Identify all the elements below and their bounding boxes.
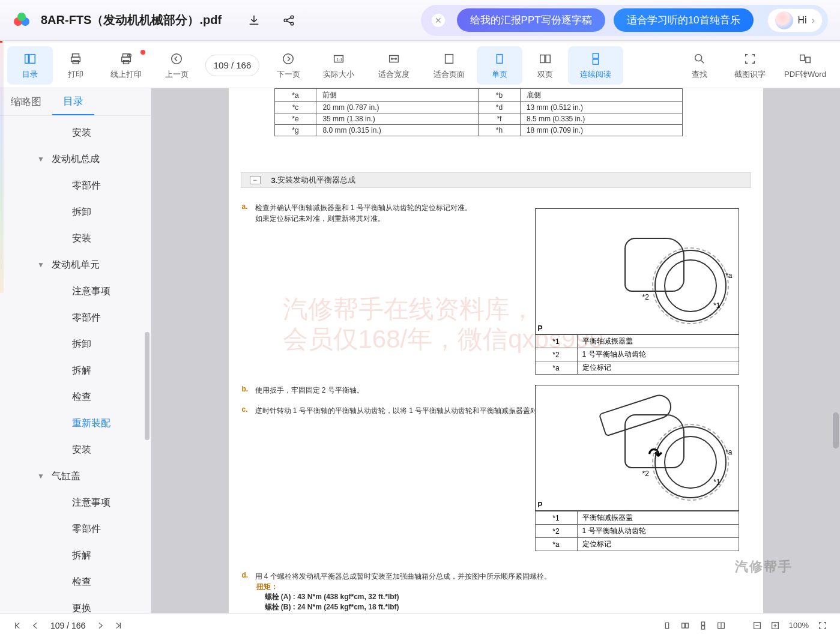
svg-rect-27: [800, 55, 805, 60]
promo-pill-area: ✕ 给我的汇报PPT写份逐字稿 适合学习听的10首纯音乐 Hi ›: [421, 5, 828, 36]
single-page-icon: [493, 51, 506, 67]
bb-double-icon[interactable]: [676, 617, 694, 635]
outline-tree[interactable]: 安装▼发动机总成零部件拆卸安装▼发动机单元注意事项零部件拆卸拆解检查重新装配安装…: [0, 116, 151, 615]
outline-item-9[interactable]: 拆解: [0, 357, 151, 384]
ocr-icon: [743, 51, 757, 67]
legend-row: *1平衡轴减振器盖: [535, 335, 739, 348]
svg-rect-6: [25, 54, 29, 63]
tb-single-page[interactable]: 单页: [477, 46, 522, 85]
sidebar-tab-thumbnails[interactable]: 缩略图: [0, 88, 52, 115]
dimension-row: *e35 mm (1.38 in.)*f8.5 mm (0.335 in.): [274, 113, 682, 125]
svg-rect-22: [540, 55, 545, 62]
dimension-table: *a前侧*b底侧*c20 mm (0.787 in.)*d13 mm (0.51…: [274, 88, 683, 136]
outline-item-18[interactable]: 更换: [0, 595, 151, 615]
brand-text: 汽修帮手: [735, 558, 793, 576]
torque-line-2: 螺栓 (B) : 24 N*m (245 kgf*cm, 18 ft.*lbf): [265, 602, 751, 612]
tb-cloud-print[interactable]: 线上打印: [98, 46, 154, 85]
tb-actual-size[interactable]: 1:1 实际大小: [311, 46, 366, 85]
actual-size-icon: 1:1: [332, 51, 345, 67]
title-actions: [246, 12, 297, 29]
document-title: 8AR-FTS（发动机机械部分）.pdf: [41, 12, 222, 28]
tb-to-word[interactable]: PDF转Word: [778, 46, 833, 85]
outline-item-3[interactable]: 拆卸: [0, 199, 151, 225]
d2-star1: *1: [713, 478, 720, 486]
tb-print[interactable]: 打印: [53, 46, 98, 85]
share-button[interactable]: [280, 12, 297, 29]
bb-first-page[interactable]: [8, 617, 26, 635]
outline-item-12[interactable]: 安装: [0, 436, 151, 463]
bb-last-page[interactable]: [109, 617, 127, 635]
bb-fullscreen[interactable]: [814, 617, 832, 635]
sidebar-tab-outline[interactable]: 目录: [52, 88, 94, 115]
bb-book-icon[interactable]: [712, 617, 730, 635]
tb-prev-page[interactable]: 上一页: [154, 46, 199, 85]
bb-zoom-in[interactable]: [766, 617, 784, 635]
bb-next-page[interactable]: [91, 617, 109, 635]
svg-point-26: [695, 54, 702, 61]
tb-ocr-label: 截图识字: [734, 69, 766, 80]
bb-zoom-out[interactable]: [748, 617, 766, 635]
tb-print-label: 打印: [68, 69, 83, 80]
tb-find[interactable]: 查找: [677, 46, 722, 85]
outline-item-14[interactable]: 注意事项: [0, 489, 151, 516]
dimension-row: *g8.0 mm (0.315 in.)*h18 mm (0.709 in.): [274, 125, 682, 136]
sidebar-tabs: 缩略图 目录: [0, 88, 151, 116]
tb-continuous[interactable]: 连续阅读: [568, 46, 623, 85]
bb-continuous-icon[interactable]: [694, 617, 712, 635]
promo-close-button[interactable]: ✕: [432, 14, 445, 27]
legend-row: *21 号平衡轴从动齿轮: [535, 348, 739, 361]
outline-item-7[interactable]: 零部件: [0, 304, 151, 331]
outline-item-0[interactable]: 安装: [0, 119, 151, 146]
content-viewport[interactable]: *a前侧*b底侧*c20 mm (0.787 in.)*d13 mm (0.51…: [151, 88, 840, 615]
section-collapse-icon[interactable]: −: [250, 176, 261, 184]
step-a-letter: a.: [241, 202, 255, 224]
download-button[interactable]: [246, 12, 262, 29]
dimension-row: *c20 mm (0.787 in.)*d13 mm (0.512 in.): [274, 102, 682, 113]
outline-item-6[interactable]: 注意事项: [0, 278, 151, 304]
step-c-letter: c.: [241, 405, 255, 416]
to-word-icon: [799, 51, 812, 67]
outline-item-1[interactable]: ▼发动机总成: [0, 146, 151, 172]
status-bar: 109 / 166 100%: [0, 613, 840, 637]
promo-button-2[interactable]: 适合学习听的10首纯音乐: [614, 8, 754, 32]
page-number-input[interactable]: [205, 55, 259, 76]
tb-next-page[interactable]: 下一页: [265, 46, 311, 85]
fit-width-icon: [387, 51, 400, 67]
outline-item-2[interactable]: 零部件: [0, 172, 151, 199]
outline-item-13[interactable]: ▼气缸盖: [0, 463, 151, 489]
tb-ocr[interactable]: 截图识字: [722, 46, 778, 85]
outline-item-label: 气缸盖: [52, 470, 80, 483]
step-d: d. 用 4 个螺栓将发动机平衡器总成暂时安装至加强曲轴箱分总成，并按图中所示顺…: [241, 571, 751, 582]
diagram-1: *1 *2 *a P: [535, 208, 739, 334]
outline-item-16[interactable]: 拆解: [0, 542, 151, 569]
outline-item-15[interactable]: 零部件: [0, 516, 151, 542]
outline-item-label: 零部件: [72, 312, 101, 324]
assistant-avatar-button[interactable]: Hi ›: [768, 9, 822, 32]
outline-item-label: 安装: [72, 232, 91, 245]
outline-item-label: 零部件: [72, 180, 101, 192]
bb-prev-page[interactable]: [26, 617, 44, 635]
outline-item-8[interactable]: 拆卸: [0, 331, 151, 357]
outline-item-10[interactable]: 检查: [0, 384, 151, 410]
tb-fit-page[interactable]: 适合页面: [422, 46, 477, 85]
tb-fit-width[interactable]: 适合宽度: [366, 46, 422, 85]
outline-item-label: 检查: [72, 576, 91, 588]
outline-item-5[interactable]: ▼发动机单元: [0, 252, 151, 278]
content-scrollbar[interactable]: [833, 412, 839, 448]
tb-to-word-label: PDF转Word: [784, 69, 826, 80]
outline-item-17[interactable]: 检查: [0, 569, 151, 595]
promo-button-1[interactable]: 给我的汇报PPT写份逐字稿: [457, 8, 605, 32]
d1-star1: *1: [713, 301, 720, 310]
outline-item-11[interactable]: 重新装配: [0, 410, 151, 436]
tb-double-page[interactable]: 双页: [522, 46, 568, 85]
tb-outline[interactable]: 目录: [7, 46, 53, 85]
outline-item-4[interactable]: 安装: [0, 225, 151, 252]
d2-star2: *2: [642, 469, 649, 478]
outline-item-label: 安装: [72, 127, 91, 139]
legend-1: *1平衡轴减振器盖*21 号平衡轴从动齿轮*a定位标记: [535, 334, 739, 375]
tb-continuous-label: 连续阅读: [580, 69, 611, 80]
outline-icon: [23, 51, 37, 67]
bb-single-icon[interactable]: [658, 617, 676, 635]
sidebar-scrollbar[interactable]: [145, 332, 150, 440]
outline-item-label: 拆卸: [72, 338, 91, 351]
